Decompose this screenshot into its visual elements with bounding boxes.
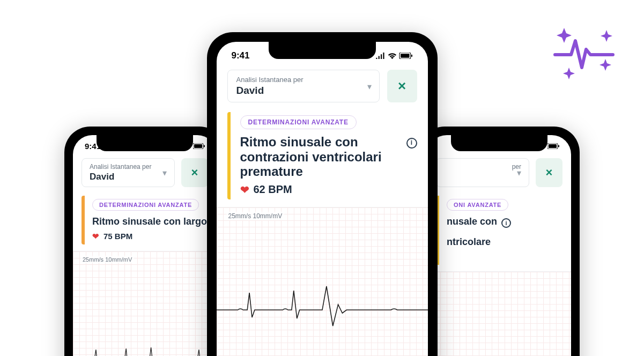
bpm-value: 62 BPM xyxy=(254,183,292,196)
chevron-down-icon: ▾ xyxy=(162,168,167,178)
ecg-chart[interactable]: 25mm/s 10mm/mV xyxy=(217,207,428,356)
svg-rect-7 xyxy=(401,54,409,58)
heart-icon: ❤ xyxy=(92,232,99,241)
phone-mockup-center: 9:41 Analisi Istantanea per David ▾ × DE… xyxy=(207,32,438,356)
close-icon: × xyxy=(546,166,553,180)
ecg-scale-label: 25mm/s 10mm/mV xyxy=(226,212,285,220)
patient-select[interactable]: Analisi Istantanea per David ▾ xyxy=(82,158,175,187)
svg-rect-4 xyxy=(549,144,557,148)
advanced-determinations-badge: ONI AVANZATE xyxy=(447,199,508,211)
patient-select-label: per xyxy=(444,163,521,170)
status-time: 9:41 xyxy=(85,142,101,151)
determination-subtitle: ntricolare xyxy=(447,236,562,248)
patient-select-label: Analisi Istantanea per xyxy=(90,163,167,170)
phone-mockup-left: 9:41 Analisi Istantanea per David ▾ × DE… xyxy=(64,127,225,356)
close-icon: × xyxy=(191,166,198,180)
determination-title: Ritmo sinusale con largo xyxy=(92,216,208,227)
status-icons xyxy=(172,143,205,149)
info-icon[interactable]: i xyxy=(501,218,511,228)
determination-card: ONI AVANZATE nusale con i ntricolare ❤ - xyxy=(436,196,562,265)
close-button[interactable]: × xyxy=(387,70,417,102)
advanced-determinations-badge: DETERMINAZIONI AVANZATE xyxy=(240,115,357,129)
patient-select-label: Analisi Istantanea per xyxy=(236,76,371,84)
close-button[interactable]: × xyxy=(181,158,208,187)
determination-title: nusale con i xyxy=(447,216,562,228)
chevron-down-icon: ▾ xyxy=(367,81,372,91)
patient-select[interactable]: Analisi Istantanea per David ▾ xyxy=(227,70,380,102)
patient-select-value xyxy=(444,172,521,182)
close-button[interactable]: × xyxy=(536,158,562,187)
patient-select-value: David xyxy=(236,85,371,97)
svg-rect-1 xyxy=(194,144,202,148)
status-icons xyxy=(376,53,413,59)
determination-card: DETERMINAZIONI AVANZATE Ritmo sinusale c… xyxy=(227,112,417,199)
bpm-row: ❤ 75 BPM xyxy=(92,232,208,241)
status-icons xyxy=(527,143,559,149)
close-icon: × xyxy=(398,78,406,94)
phone-mockup-right: 9:41 per ▾ × ONI AVANZATE nusale con i xyxy=(419,127,580,356)
svg-rect-5 xyxy=(558,145,559,147)
patient-select-value: David xyxy=(90,172,167,182)
bpm-row: ❤ 62 BPM xyxy=(240,183,417,196)
status-bar: 9:41 xyxy=(73,135,217,154)
status-time: 9:41 xyxy=(232,50,250,61)
bpm-value: 75 BPM xyxy=(103,232,132,241)
heart-icon: ❤ xyxy=(240,183,249,196)
info-icon[interactable]: i xyxy=(406,138,417,149)
determination-title: Ritmo sinusale con contrazioni ventricol… xyxy=(240,135,417,179)
patient-select[interactable]: per ▾ xyxy=(436,158,529,187)
ecg-chart[interactable] xyxy=(427,271,571,356)
brand-sparkle-logo xyxy=(551,26,615,79)
determination-card: DETERMINAZIONI AVANZATE Ritmo sinusale c… xyxy=(82,196,208,244)
svg-rect-8 xyxy=(411,55,412,57)
ecg-scale-label: 25mm/s 10mm/mV xyxy=(80,256,134,263)
ecg-chart[interactable]: 25mm/s 10mm/mV xyxy=(73,251,217,356)
status-bar: 9:41 xyxy=(427,135,571,154)
chevron-down-icon: ▾ xyxy=(517,168,521,178)
status-bar: 9:41 xyxy=(217,42,428,65)
svg-rect-2 xyxy=(204,145,205,147)
advanced-determinations-badge: DETERMINAZIONI AVANZATE xyxy=(92,199,199,211)
